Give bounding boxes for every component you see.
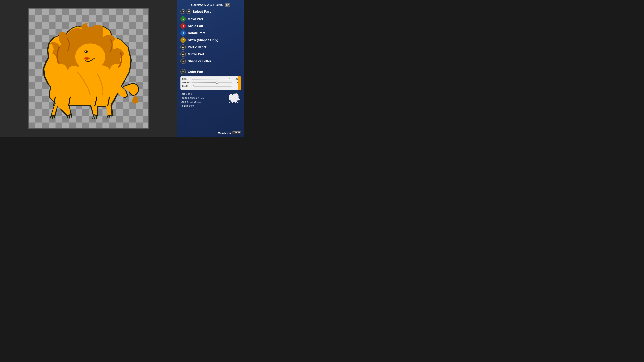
canvas-actions-header: CANVAS ACTIONS RT — [180, 3, 241, 7]
green-slider-track[interactable] — [192, 82, 232, 83]
skew-label: Skew (Shapes Only) — [188, 38, 218, 42]
red-slider-fill — [192, 79, 232, 80]
shape-letter-label: Shape or Letter — [188, 59, 211, 63]
select-part-row[interactable]: LB RB Select Part — [180, 9, 241, 14]
lion-small-icon — [228, 92, 241, 104]
select-part-label: Select Part — [192, 9, 211, 13]
green-label: GREEN: — [182, 81, 190, 84]
action-row-scale[interactable]: B Scale Part — [180, 23, 241, 29]
footer: Main Menu ≡ START — [180, 130, 241, 134]
x-button[interactable]: X — [180, 30, 186, 36]
a-button[interactable]: A — [180, 16, 186, 22]
part-info: Part: 1 of 2 Position X: 21.0 Y: -3.0 Sc… — [180, 92, 241, 108]
sliders-container: RED: 255 GREEN: 162 BLUE: — [180, 76, 241, 90]
red-label: RED: — [182, 78, 190, 80]
rs-button-color[interactable]: RS — [180, 69, 186, 74]
y-button[interactable]: Y — [180, 37, 186, 43]
lb-button[interactable]: LB — [180, 9, 185, 14]
zorder-label: Part Z Order — [188, 45, 206, 49]
svg-point-0 — [75, 43, 105, 70]
canvas-area — [0, 0, 177, 137]
red-slider-thumb[interactable] — [229, 78, 231, 80]
action-row-move[interactable]: A Move Part — [180, 16, 241, 22]
action-row-rotate[interactable]: X Rotate Part — [180, 30, 241, 36]
color-header: RS Color Part — [180, 69, 241, 74]
lion-artwork — [29, 8, 148, 128]
green-slider-row[interactable]: GREEN: 162 — [182, 81, 239, 84]
color-section: RS Color Part RED: 255 GREEN: — [180, 67, 241, 90]
b-button[interactable]: B — [180, 23, 186, 29]
start-button[interactable]: ≡ START — [232, 131, 241, 134]
rb-button[interactable]: RB — [186, 9, 191, 14]
action-row-skew[interactable]: Y Skew (Shapes Only) — [180, 37, 241, 43]
ls-button-mirror[interactable]: LS — [180, 51, 186, 57]
blue-slider-track[interactable] — [192, 86, 232, 87]
move-part-label: Move Part — [188, 17, 203, 21]
blue-label: BLUE: — [182, 85, 190, 87]
lt-button[interactable]: LT — [180, 44, 186, 50]
scale-part-label: Scale Part — [188, 24, 203, 28]
blue-slider-thumb[interactable] — [192, 85, 194, 87]
canvas-board[interactable] — [28, 8, 149, 129]
blue-slider-row[interactable]: BLUE: 0 — [182, 85, 239, 87]
main-menu-label: Main Menu — [218, 132, 231, 134]
rs-button-shape[interactable]: RS — [180, 58, 186, 64]
mirror-label: Mirror Part — [188, 52, 204, 56]
part-rotation: Rotation: 0.0 — [180, 104, 224, 108]
right-panel: CANVAS ACTIONS RT LB RB Select Part A Mo… — [177, 0, 244, 137]
svg-point-2 — [85, 51, 86, 52]
action-row-zorder[interactable]: LT Part Z Order — [180, 44, 241, 50]
color-swatch-bar — [238, 76, 241, 90]
color-part-title: Color Part — [188, 70, 203, 73]
action-row-mirror[interactable]: LS Mirror Part — [180, 51, 241, 57]
rotate-part-label: Rotate Part — [188, 31, 205, 35]
part-count: Part: 1 of 2 — [180, 92, 224, 96]
red-slider-track[interactable] — [192, 79, 232, 80]
part-scale: Scale X: 9.6 Y: 10.0 — [180, 100, 224, 104]
part-position: Position X: 21.0 Y: -3.0 — [180, 96, 224, 100]
red-slider-row[interactable]: RED: 255 — [182, 78, 239, 80]
green-slider-fill — [192, 82, 217, 83]
action-row-shape[interactable]: RS Shape or Letter — [180, 58, 241, 64]
canvas-actions-title: CANVAS ACTIONS — [191, 3, 224, 7]
part-info-text: Part: 1 of 2 Position X: 21.0 Y: -3.0 Sc… — [180, 92, 224, 108]
green-slider-thumb[interactable] — [216, 81, 218, 84]
rt-button[interactable]: RT — [225, 3, 230, 7]
